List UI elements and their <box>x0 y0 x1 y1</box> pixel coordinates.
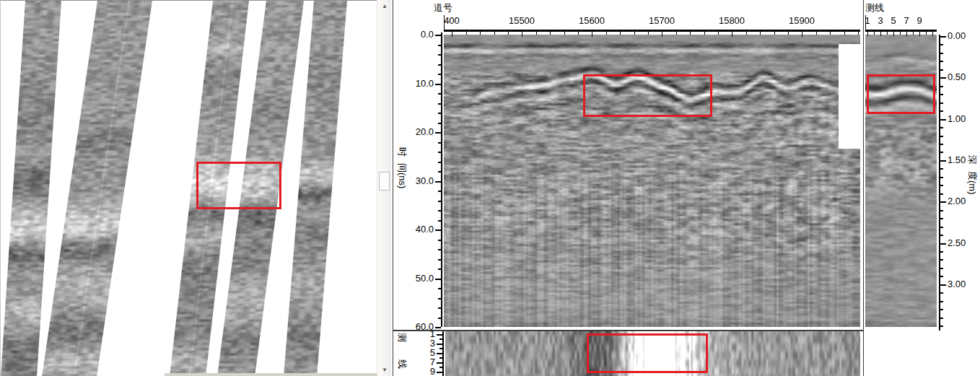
trace-axis-tick <box>494 32 495 35</box>
time-axis-tick <box>438 259 441 261</box>
depth-axis-tick <box>940 168 943 170</box>
time-axis-tick <box>438 162 441 163</box>
time-axis-tick <box>438 307 441 309</box>
time-axis-tick <box>435 327 441 328</box>
line-axis-tick <box>887 32 888 35</box>
time-axis-tick <box>438 113 441 114</box>
trace-axis-tick <box>858 32 859 35</box>
trace-axis-title: 道号 <box>434 3 452 13</box>
depth-axis-tick <box>940 210 943 211</box>
trace-tick-label: 400 <box>426 16 477 26</box>
trace-axis-tick <box>536 32 537 35</box>
pane-divider-left <box>393 0 393 376</box>
line-axis-tick <box>926 32 927 35</box>
trace-axis-tick <box>452 32 452 37</box>
time-axis-tick <box>435 181 441 183</box>
plan-view-pane <box>0 0 377 376</box>
depth-axis-tick <box>940 61 943 62</box>
time-axis-tick <box>438 288 441 289</box>
trace-axis-tick <box>746 32 747 35</box>
depth-tick-label: 3.00 <box>948 279 980 289</box>
trace-axis-tick <box>774 32 775 35</box>
depth-axis-tick <box>940 136 943 137</box>
time-axis-tick <box>438 54 441 56</box>
trace-tick-label: 15600 <box>566 16 617 26</box>
anomaly-highlight-crossline <box>867 74 935 114</box>
depth-axis-tick <box>940 251 943 253</box>
time-axis-tick <box>438 171 441 172</box>
scroll-up-button[interactable]: ▲ <box>377 0 392 12</box>
line-axis-tick <box>932 32 933 36</box>
line-tick-label: 1 <box>860 16 875 26</box>
time-axis-tick <box>438 152 441 153</box>
time-tick-label: 20.0 <box>398 127 434 137</box>
pane-divider-right <box>863 0 864 376</box>
time-axis-tick <box>438 210 441 211</box>
time-tick-label: 10.0 <box>398 79 434 89</box>
trace-axis-tick <box>662 32 662 37</box>
trace-axis-tick <box>634 32 635 35</box>
time-axis-tick <box>438 64 441 66</box>
slice-line-tick <box>437 334 442 336</box>
line-axis-tick <box>867 32 868 36</box>
depth-axis-tick <box>940 144 943 145</box>
trace-axis-tick <box>620 32 621 35</box>
depth-axis-tick <box>940 69 943 71</box>
trace-tick-label: 15900 <box>776 16 827 26</box>
trace-axis-tick <box>830 32 831 35</box>
left-horizontal-scrollbar[interactable] <box>165 373 377 376</box>
depth-tick-label: 2.50 <box>948 238 980 248</box>
plan-view-strips-canvas[interactable] <box>1 1 377 376</box>
time-axis-line <box>441 32 442 327</box>
time-axis-tick <box>438 240 441 241</box>
depth-axis-tick <box>940 102 943 104</box>
trace-axis-tick <box>606 32 607 35</box>
depth-axis-tick <box>940 94 943 95</box>
line-axis-tick <box>919 32 920 36</box>
slice-line-tick <box>437 353 442 354</box>
time-axis-tick <box>438 93 441 95</box>
trace-axis-tick <box>508 32 509 35</box>
line-tick-label: 9 <box>912 16 927 26</box>
vertical-scrollbar[interactable]: ▲ ▼ <box>377 0 391 376</box>
depth-axis-tick <box>940 201 946 203</box>
trace-axis-tick <box>550 32 551 35</box>
line-axis-tick <box>880 32 881 36</box>
trace-axis-tick <box>732 32 732 37</box>
anomaly-highlight-plan-slice <box>587 333 708 373</box>
time-axis-tick <box>435 279 441 280</box>
time-axis-tick <box>438 268 441 270</box>
gpr-viewer-window: ▲ ▼ 道号 测线 时间(ns) 深度(m) 测线 40015500156001… <box>0 0 980 376</box>
trace-axis-tick <box>522 32 522 37</box>
depth-axis-tick <box>940 86 943 87</box>
slice-line-tick <box>437 372 442 373</box>
time-axis-tick <box>435 229 441 231</box>
depth-axis-tick <box>940 301 943 302</box>
depth-axis-tick <box>940 243 946 245</box>
time-axis-tick <box>438 142 441 144</box>
line-tick-label: 3 <box>873 16 888 26</box>
line-tick-label: 7 <box>899 16 914 26</box>
slice-line-axis-line <box>442 331 444 376</box>
depth-axis-tick <box>940 235 943 236</box>
depth-tick-label: 0.50 <box>948 72 980 82</box>
depth-axis-tick <box>940 185 943 186</box>
time-axis-tick <box>438 201 441 202</box>
trace-axis-tick <box>704 32 705 35</box>
depth-axis-tick <box>940 259 943 261</box>
time-tick-label: 50.0 <box>398 274 434 284</box>
scrollbar-thumb[interactable] <box>379 172 390 191</box>
trace-axis-tick <box>592 32 592 37</box>
trace-axis-tick <box>802 32 802 37</box>
depth-axis-tick <box>940 152 943 153</box>
depth-axis-tick <box>940 227 943 228</box>
scroll-down-button[interactable]: ▼ <box>377 364 392 376</box>
trace-axis-tick <box>690 32 691 35</box>
depth-axis-tick <box>940 193 943 195</box>
depth-axis-line <box>939 35 940 331</box>
time-axis-tick <box>438 318 441 319</box>
trace-axis-line <box>444 30 860 32</box>
anomaly-highlight-radargram <box>583 74 712 117</box>
time-axis-tick <box>438 103 441 105</box>
line-axis-tick <box>906 32 907 36</box>
